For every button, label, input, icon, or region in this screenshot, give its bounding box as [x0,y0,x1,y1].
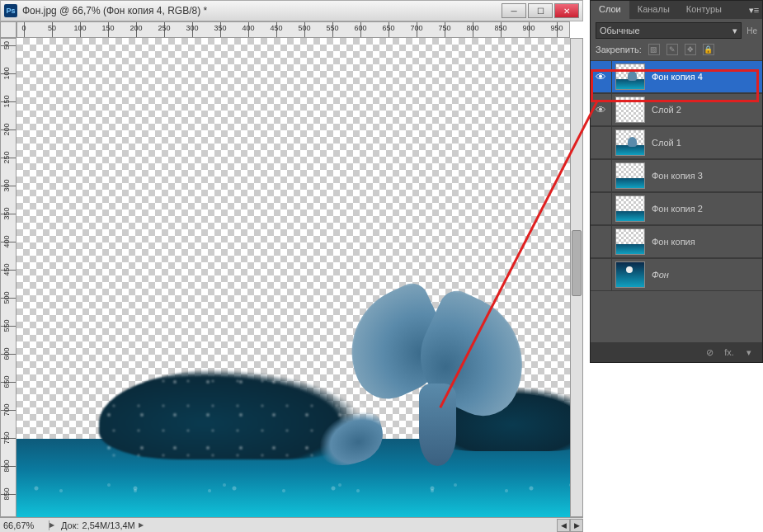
layer-thumbnail[interactable] [615,129,645,156]
panel-footer: ⊘ fx. ▾ [591,342,762,362]
lock-pixels-icon[interactable]: ▧ [648,44,660,55]
ruler-tick-label: 550 [326,24,338,32]
scrollbar-thumb[interactable] [572,230,582,296]
panel-tabs: Слои Каналы Контуры ▾≡ [591,1,762,19]
visibility-eye-icon[interactable] [591,160,612,191]
visibility-eye-icon[interactable]: 👁 [591,61,612,92]
ruler-tick-label: 800 [466,24,478,32]
layer-name-label[interactable]: Фон копия 3 [648,171,762,181]
chevron-down-icon[interactable]: ▾ [742,346,756,359]
window-controls: ─ ☐ ✕ [500,3,579,18]
document-window: Ps Фон.jpg @ 66,7% (Фон копия 4, RGB/8) … [0,0,583,532]
ruler-tick-label: 450 [2,263,11,275]
lock-label: Закрепить: [596,45,642,54]
layer-row[interactable]: 👁Фон копия 4 [591,60,762,93]
window-title: Фон.jpg @ 66,7% (Фон копия 4, RGB/8) * [22,5,500,16]
link-layers-icon[interactable]: ⊘ [703,346,716,359]
ruler-tick-label: 400 [2,235,11,247]
ruler-tick-label: 750 [438,24,450,32]
scroll-left-button[interactable]: ◀ [557,519,570,532]
layer-name-label[interactable]: Фон копия 2 [648,204,762,214]
ruler-tick-label: 900 [522,24,535,32]
ruler-tick-label: 700 [2,403,11,416]
ruler-vertical[interactable]: 5010015020025030035040045050055060065070… [0,38,16,517]
ruler-tick-label: 500 [2,291,11,304]
fx-icon[interactable]: fx. [723,346,736,359]
tab-channels[interactable]: Каналы [629,1,678,19]
visibility-eye-icon[interactable] [591,127,612,158]
ruler-tick-label: 800 [2,459,11,472]
ruler-tick-label: 600 [2,347,11,360]
vertical-scrollbar[interactable] [570,38,583,517]
ruler-tick-label: 850 [494,24,506,32]
panel-menu-icon[interactable]: ▾≡ [746,1,762,19]
ruler-tick-label: 0 [21,24,26,32]
ruler-tick-label: 100 [2,67,11,79]
visibility-eye-icon[interactable] [591,226,612,257]
ruler-corner[interactable] [0,21,16,38]
layer-row[interactable]: Фон копия 3 [591,159,762,192]
ruler-tick-label: 600 [354,24,366,32]
artwork-sea [16,373,570,517]
ruler-tick-label: 400 [242,24,254,32]
zoom-display[interactable]: 66,67% [0,520,49,530]
layer-row[interactable]: 👁Слой 2 [591,93,762,126]
tab-layers[interactable]: Слои [591,1,629,19]
layers-list: 👁Фон копия 4👁Слой 2Слой 1Фон копия 3Фон … [591,60,762,291]
ruler-tick-label: 500 [298,24,310,32]
lock-move-icon[interactable]: ✥ [685,44,696,55]
visibility-eye-icon[interactable] [591,193,612,224]
layer-thumbnail[interactable] [615,162,645,189]
tab-paths[interactable]: Контуры [678,1,730,19]
layer-name-label[interactable]: Слой 1 [648,138,762,148]
ruler-tick-label: 50 [48,24,56,32]
ruler-tick-label: 250 [2,151,11,163]
doc-size-label: Док: [61,520,79,530]
scroll-right-button[interactable]: ▶ [570,519,583,532]
chevron-down-icon: ▾ [732,26,737,36]
doc-info-menu-icon[interactable]: ▶ [139,521,144,529]
ruler-tick-label: 950 [550,24,563,32]
layer-name-label[interactable]: Фон копия [648,237,762,247]
layer-row[interactable]: Фон копия [591,225,762,258]
layer-thumbnail[interactable] [615,195,645,222]
layer-name-label[interactable]: Фон копия 4 [648,72,762,82]
lock-all-icon[interactable]: 🔒 [703,44,714,55]
ruler-tick-label: 150 [2,95,11,107]
ruler-tick-label: 300 [2,179,11,191]
ruler-tick-label: 550 [2,319,11,332]
ruler-tick-label: 650 [2,375,11,388]
layer-name-label[interactable]: Слой 2 [648,105,762,115]
close-button[interactable]: ✕ [554,3,579,18]
ruler-tick-label: 300 [186,24,198,32]
layer-thumbnail[interactable] [615,64,645,90]
maximize-button[interactable]: ☐ [528,3,553,18]
lock-brush-icon[interactable]: ✎ [666,44,678,55]
ruler-tick-label: 700 [410,24,422,32]
layer-thumbnail[interactable] [615,261,645,288]
blend-mode-select[interactable]: Обычные ▾ [596,22,742,39]
ruler-tick-label: 850 [2,487,11,500]
titlebar[interactable]: Ps Фон.jpg @ 66,7% (Фон копия 4, RGB/8) … [0,0,583,21]
layer-name-label[interactable]: Фон [648,270,762,280]
visibility-eye-icon[interactable]: 👁 [591,94,612,125]
layer-row[interactable]: Фон [591,258,762,291]
layer-row[interactable]: Фон копия 2 [591,192,762,225]
ruler-tick-label: 150 [101,24,114,32]
layer-thumbnail[interactable] [615,228,645,255]
blend-mode-value: Обычные [600,26,640,35]
ruler-tick-label: 650 [382,24,394,32]
visibility-eye-icon[interactable] [591,259,612,290]
ruler-tick-label: 250 [158,24,170,32]
photoshop-icon: Ps [4,4,17,17]
ruler-horizontal[interactable]: 0501001502002503003504004505005506006507… [16,21,570,38]
layer-thumbnail[interactable] [615,97,645,123]
layers-panel: Слои Каналы Контуры ▾≡ Обычные ▾ Не Закр… [590,0,763,363]
canvas[interactable] [16,38,570,517]
layer-row[interactable]: Слой 1 [591,126,762,159]
statusbar: 66,67% ▶ Док: 2,54M/13,4M ▶ ◀ ▶ [0,517,583,532]
ruler-tick-label: 350 [2,207,11,219]
ruler-tick-label: 200 [2,123,11,135]
minimize-button[interactable]: ─ [502,3,526,18]
ruler-tick-label: 350 [214,24,226,32]
